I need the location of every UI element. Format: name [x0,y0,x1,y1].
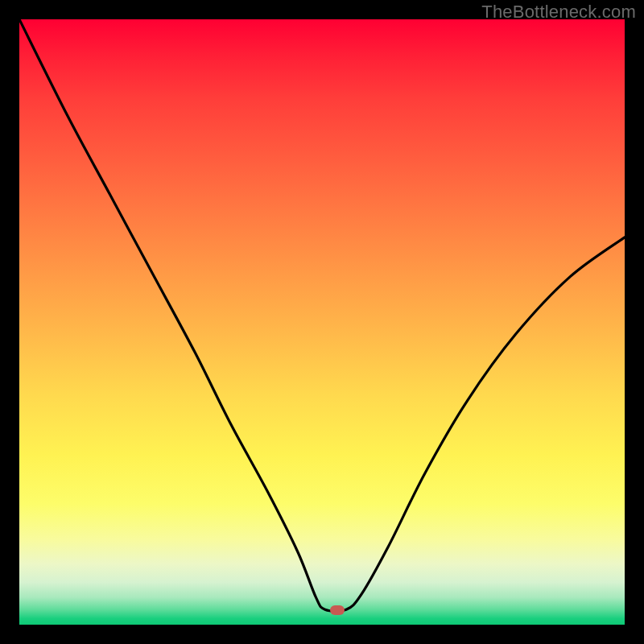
plot-area [19,19,625,625]
curve-path [19,19,625,611]
chart-frame: TheBottleneck.com [0,0,644,644]
bottleneck-curve [19,19,625,625]
optimal-point-marker [330,605,345,615]
watermark-text: TheBottleneck.com [481,2,636,23]
